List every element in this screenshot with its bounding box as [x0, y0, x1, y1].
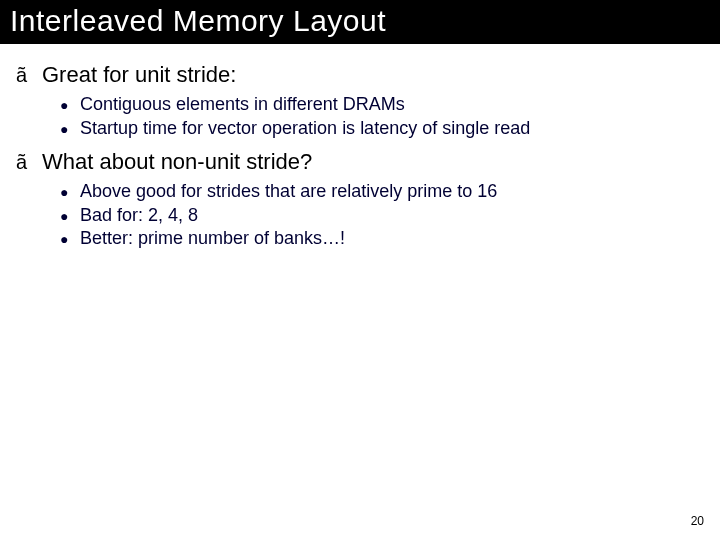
slide-title: Interleaved Memory Layout: [10, 4, 710, 38]
list-item-text: Above good for strides that are relative…: [80, 181, 497, 202]
slide-title-bar: Interleaved Memory Layout: [0, 0, 720, 44]
page-number: 20: [691, 514, 704, 528]
section-heading: ã Great for unit stride:: [16, 62, 710, 88]
list-item: ● Better: prime number of banks…!: [60, 228, 710, 250]
dot-icon: ●: [60, 120, 80, 140]
bullet-marker-icon: ã: [16, 65, 42, 85]
slide-content: ã Great for unit stride: ● Contiguous el…: [0, 44, 720, 250]
bullet-marker-icon: ã: [16, 152, 42, 172]
dot-icon: ●: [60, 230, 80, 250]
section-heading: ã What about non-unit stride?: [16, 149, 710, 175]
list-item: ● Above good for strides that are relati…: [60, 181, 710, 203]
dot-icon: ●: [60, 207, 80, 227]
dot-icon: ●: [60, 183, 80, 203]
dot-icon: ●: [60, 96, 80, 116]
bullet-list: ● Contiguous elements in different DRAMs…: [60, 94, 710, 139]
list-item: ● Startup time for vector operation is l…: [60, 118, 710, 140]
list-item-text: Bad for: 2, 4, 8: [80, 205, 198, 226]
section-heading-text: Great for unit stride:: [42, 62, 236, 88]
list-item: ● Bad for: 2, 4, 8: [60, 205, 710, 227]
list-item-text: Better: prime number of banks…!: [80, 228, 345, 249]
section-heading-text: What about non-unit stride?: [42, 149, 312, 175]
bullet-list: ● Above good for strides that are relati…: [60, 181, 710, 250]
list-item-text: Startup time for vector operation is lat…: [80, 118, 530, 139]
list-item: ● Contiguous elements in different DRAMs: [60, 94, 710, 116]
list-item-text: Contiguous elements in different DRAMs: [80, 94, 405, 115]
